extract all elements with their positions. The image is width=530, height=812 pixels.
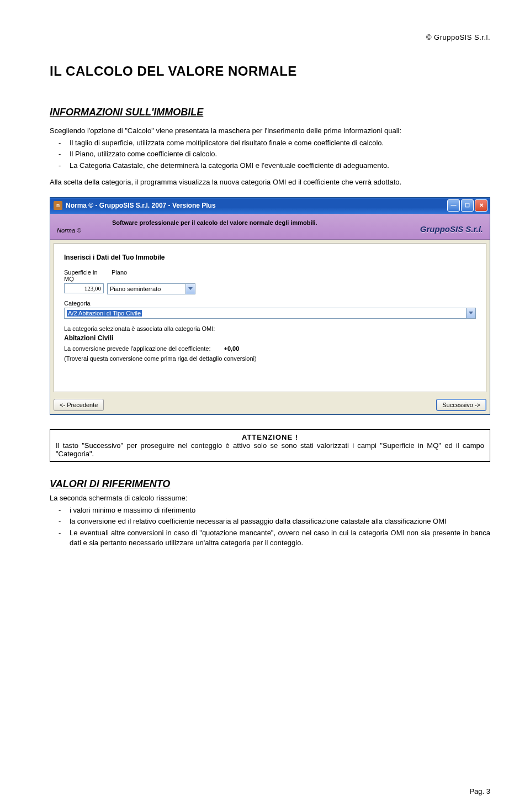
list-item: Le eventuali altre conversioni in caso d…	[70, 528, 490, 548]
maximize-button[interactable]: ☐	[461, 199, 474, 212]
page-number: Pag. 3	[469, 787, 490, 795]
list-item: Il taglio di superficie, utilizzata come…	[70, 138, 490, 148]
section-valori-title: VALORI DI RIFERIMENTO	[50, 478, 490, 490]
attention-box: ATTENZIONE ! Il tasto "Successivo" per p…	[50, 429, 490, 462]
minimize-button[interactable]: —	[447, 199, 460, 212]
section-info-immobile-after: Alla scelta della categoria, il programm…	[50, 177, 490, 187]
superficie-input[interactable]	[64, 283, 104, 293]
app-screenshot: n Norma © - GruppoSIS S.r.l. 2007 - Vers…	[50, 197, 490, 415]
coef-line: La conversione prevede l'applicazione de…	[64, 345, 476, 352]
prev-button[interactable]: <- Precedente	[54, 399, 104, 411]
note-line: (Troverai questa conversione come prima …	[64, 355, 476, 362]
banner-subtitle: Software professionale per il calcolo de…	[112, 219, 420, 226]
assoc-value: Abitazioni Civili	[64, 334, 476, 342]
section-valori-intro: La seconda schermata di calcolo riassume…	[50, 493, 490, 503]
window-titlebar[interactable]: n Norma © - GruppoSIS S.r.l. 2007 - Vers…	[50, 198, 490, 214]
form-panel: Inserisci i Dati del Tuo Immobile Superf…	[54, 243, 486, 392]
categoria-select-value: A/2 Abitazioni di Tipo Civile	[67, 310, 142, 317]
chevron-down-icon	[186, 284, 195, 294]
next-button[interactable]: Successivo ->	[436, 399, 486, 411]
categoria-select[interactable]: A/2 Abitazioni di Tipo Civile	[64, 308, 476, 319]
assoc-line: La categoria selezionata è associata all…	[64, 325, 476, 332]
label-piano: Piano	[112, 269, 127, 282]
valori-list: i valori minimo e massimo di riferimento…	[50, 505, 490, 548]
window-title: Norma © - GruppoSIS S.r.l. 2007 - Versio…	[66, 202, 447, 209]
piano-select[interactable]: Piano seminterrato	[107, 283, 195, 294]
attention-title: ATTENZIONE !	[56, 433, 484, 441]
list-item: Il Piano, utilizzato come coefficiente d…	[70, 149, 490, 159]
label-categoria: Categoria	[64, 300, 476, 307]
banner-product-name: Norma ©	[57, 227, 112, 234]
list-item: i valori minimo e massimo di riferimento	[70, 505, 490, 515]
coef-value: +0,00	[224, 345, 239, 352]
banner-brand: GruppoSIS S.r.l.	[420, 224, 483, 234]
section-info-immobile-title: INFORMAZIONI SULL'IMMOBILE	[50, 107, 490, 118]
app-icon: n	[54, 201, 62, 210]
section-info-immobile-intro: Scegliendo l'opzione di "Calcolo" viene …	[50, 126, 490, 136]
page-title: IL CALCOLO DEL VALORE NORMALE	[50, 64, 490, 79]
form-heading: Inserisci i Dati del Tuo Immobile	[64, 254, 476, 261]
list-item: la conversione ed il relativo coefficien…	[70, 516, 490, 526]
attention-text: Il tasto "Successivo" per proseguire nel…	[56, 441, 484, 458]
list-item: La Categoria Catastale, che determinerà …	[70, 161, 490, 171]
app-banner: Norma © Software professionale per il ca…	[50, 214, 490, 240]
info-immobile-list: Il taglio di superficie, utilizzata come…	[50, 138, 490, 171]
copyright-header: © GruppoSIS S.r.l.	[50, 33, 490, 41]
chevron-down-icon	[466, 308, 475, 318]
close-button[interactable]: ✕	[475, 199, 487, 212]
label-superficie: Superficie in MQ	[64, 269, 107, 282]
piano-select-value: Piano seminterrato	[110, 286, 186, 292]
